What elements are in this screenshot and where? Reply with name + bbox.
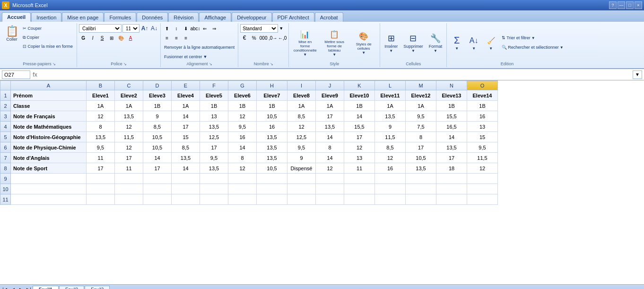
tab-acrobat[interactable]: Acrobat xyxy=(315,12,343,22)
cell-B4[interactable]: 8 xyxy=(87,122,115,132)
sum-button[interactable]: Σ ▼ xyxy=(449,34,465,52)
sort-dropdown[interactable]: ▼ xyxy=(531,36,535,40)
row-header-11[interactable]: 11 xyxy=(0,194,11,205)
bold-button[interactable]: G xyxy=(79,34,87,42)
cell-A2[interactable]: Classe xyxy=(11,101,87,111)
group-expand-presse[interactable]: ↘ xyxy=(52,62,56,66)
col-header-g[interactable]: G xyxy=(228,81,257,90)
tab-pdf-architect[interactable]: PDF Architect xyxy=(272,12,314,22)
cell-O4[interactable]: 13 xyxy=(467,122,498,132)
group-expand-nombre[interactable]: ↘ xyxy=(270,62,273,66)
cell-D6[interactable]: 10,5 xyxy=(143,142,172,153)
conditional-dropdown[interactable]: ▼ xyxy=(303,53,307,57)
cell-J4[interactable]: 13,5 xyxy=(316,122,344,132)
cell-O6[interactable]: 9,5 xyxy=(467,142,498,153)
cell-O10[interactable] xyxy=(467,184,498,194)
fill-dropdown[interactable]: ▼ xyxy=(472,46,476,51)
col-header-k[interactable]: K xyxy=(344,81,375,90)
cell-H11[interactable] xyxy=(257,194,287,205)
col-header-o[interactable]: O xyxy=(467,81,498,90)
cell-N10[interactable] xyxy=(436,184,467,194)
cell-N2[interactable]: 1B xyxy=(436,101,467,111)
tab-developpeur[interactable]: Développeur xyxy=(232,12,271,22)
col-header-h[interactable]: H xyxy=(257,81,287,90)
cell-E3[interactable]: 14 xyxy=(172,111,200,122)
sheet-nav-prev[interactable]: ◀ xyxy=(9,285,17,289)
cell-A7[interactable]: Note d'Anglais xyxy=(11,153,87,163)
cell-E8[interactable]: 14 xyxy=(172,163,200,174)
cell-A9[interactable] xyxy=(11,174,87,184)
cell-F8[interactable]: 13,5 xyxy=(200,163,228,174)
cell-D9[interactable] xyxy=(143,174,172,184)
cell-A5[interactable]: Note d'Histoire-Géographie xyxy=(11,132,87,142)
cell-M8[interactable]: 13,5 xyxy=(406,163,436,174)
cell-B2[interactable]: 1A xyxy=(87,101,115,111)
number-format-select[interactable]: Standard xyxy=(240,24,278,33)
cell-N3[interactable]: 15,5 xyxy=(436,111,467,122)
indent-increase-btn[interactable]: ⇒ xyxy=(210,24,218,33)
cell-G4[interactable]: 9,5 xyxy=(228,122,257,132)
cell-K7[interactable]: 13 xyxy=(344,153,375,163)
cell-H5[interactable]: 13,5 xyxy=(257,132,287,142)
cell-E10[interactable] xyxy=(172,184,200,194)
cell-H10[interactable] xyxy=(257,184,287,194)
tab-mise-en-page[interactable]: Mise en page xyxy=(62,12,104,22)
find-dropdown[interactable]: ▼ xyxy=(560,45,564,50)
cell-K8[interactable]: 11 xyxy=(344,163,375,174)
row-header-5[interactable]: 5 xyxy=(0,132,11,142)
cell-M3[interactable]: 9,5 xyxy=(406,111,436,122)
table-dropdown[interactable]: ▼ xyxy=(332,53,336,57)
insert-button[interactable]: ⊞ Insérer ▼ xyxy=(382,31,400,54)
indent-decrease-btn[interactable]: ⇐ xyxy=(200,24,209,33)
cell-M9[interactable] xyxy=(406,174,436,184)
cell-M6[interactable]: 17 xyxy=(406,142,436,153)
paste-button[interactable]: 📋 Coller xyxy=(4,24,20,43)
spreadsheet-wrapper[interactable]: A B C D E F G H I J K L M N O 1 xyxy=(0,80,644,284)
cell-K10[interactable] xyxy=(344,184,375,194)
cell-H1[interactable]: Eleve7 xyxy=(257,90,287,101)
cell-H9[interactable] xyxy=(257,174,287,184)
cell-G7[interactable]: 8 xyxy=(228,153,257,163)
align-top-btn[interactable]: ⬆ xyxy=(163,24,171,33)
row-header-4[interactable]: 4 xyxy=(0,122,11,132)
cell-B10[interactable] xyxy=(87,184,115,194)
col-header-b[interactable]: B xyxy=(87,81,115,90)
cell-N7[interactable]: 17 xyxy=(436,153,467,163)
cell-O9[interactable] xyxy=(467,174,498,184)
cell-M7[interactable]: 10,5 xyxy=(406,153,436,163)
sheet-nav-last[interactable]: ▶| xyxy=(25,285,33,289)
cell-M11[interactable] xyxy=(406,194,436,205)
cell-C2[interactable]: 1A xyxy=(115,101,143,111)
col-header-a[interactable]: A xyxy=(11,81,87,90)
cell-L5[interactable]: 11,5 xyxy=(375,132,406,142)
group-expand-align[interactable]: ↘ xyxy=(209,62,212,66)
cell-J9[interactable] xyxy=(316,174,344,184)
cell-M10[interactable] xyxy=(406,184,436,194)
cell-G3[interactable]: 12 xyxy=(228,111,257,122)
cell-I7[interactable]: 9 xyxy=(287,153,316,163)
sheet-tab-3[interactable]: Feuil3 xyxy=(85,286,110,289)
formula-input[interactable] xyxy=(40,71,633,78)
cell-H3[interactable]: 10,5 xyxy=(257,111,287,122)
cell-C4[interactable]: 12 xyxy=(115,122,143,132)
cell-C10[interactable] xyxy=(115,184,143,194)
group-expand-police[interactable]: ↘ xyxy=(123,62,127,66)
cell-I6[interactable]: 9,5 xyxy=(287,142,316,153)
sheet-tab-2[interactable]: Feuil2 xyxy=(59,286,84,289)
col-header-d[interactable]: D xyxy=(143,81,172,90)
cell-B11[interactable] xyxy=(87,194,115,205)
cell-E6[interactable]: 8,5 xyxy=(172,142,200,153)
underline-button[interactable]: S xyxy=(98,34,106,42)
cell-C9[interactable] xyxy=(115,174,143,184)
cell-E5[interactable]: 15 xyxy=(172,132,200,142)
col-header-m[interactable]: M xyxy=(406,81,436,90)
cell-E1[interactable]: Eleve4 xyxy=(172,90,200,101)
cell-J6[interactable]: 8 xyxy=(316,142,344,153)
tab-revision[interactable]: Révision xyxy=(168,12,199,22)
number-format-dropdown[interactable]: ▼ xyxy=(279,26,283,31)
cell-styles-button[interactable]: 🎨 Styles de cellules ▼ xyxy=(349,29,378,56)
col-header-i[interactable]: I xyxy=(287,81,316,90)
cell-O7[interactable]: 11,5 xyxy=(467,153,498,163)
cell-G10[interactable] xyxy=(228,184,257,194)
cell-N9[interactable] xyxy=(436,174,467,184)
